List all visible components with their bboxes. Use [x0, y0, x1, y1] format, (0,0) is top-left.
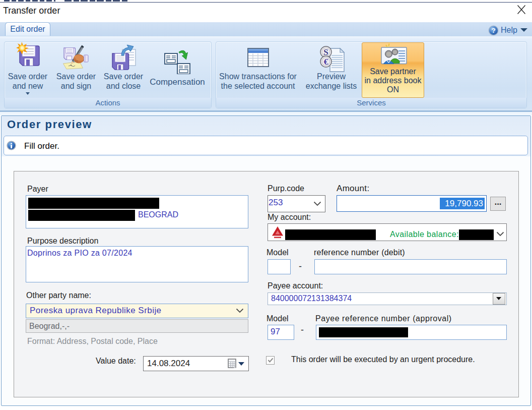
- svg-text:S: S: [323, 47, 328, 57]
- svg-text:?: ?: [491, 27, 495, 34]
- svg-text:€: €: [324, 57, 328, 67]
